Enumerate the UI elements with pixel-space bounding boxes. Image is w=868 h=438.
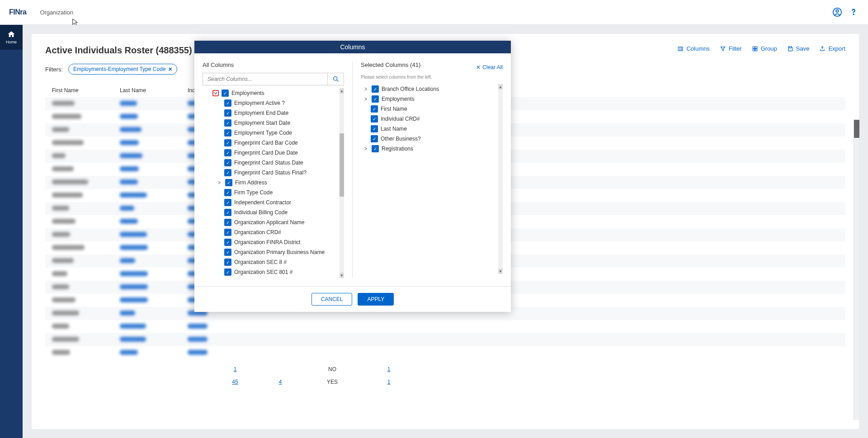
apply-button[interactable]: APPLY [358,293,394,306]
column-option[interactable]: ✓Fingerprint Card Status Final? [203,168,344,178]
sidebar-home[interactable]: Home [0,25,23,50]
checkbox[interactable]: ✓ [372,145,379,152]
checkbox[interactable]: ✓ [371,105,378,113]
column-label: Firm Address [235,179,267,186]
summary-link[interactable]: 1 [362,379,416,385]
expand-toggle[interactable] [363,86,369,92]
left-list-scrollbar[interactable]: ▲ ▼ [340,88,344,278]
column-option[interactable]: ✓Organization FINRA District [203,237,344,247]
search-columns-input[interactable] [203,73,327,85]
expand-toggle[interactable] [363,146,369,152]
scroll-up-icon[interactable]: ▲ [498,84,503,89]
column-option[interactable]: ✓Fingerprint Card Status Date [203,158,344,168]
column-option[interactable]: ✓Individual Billing Code [203,207,344,217]
export-action[interactable]: Export [819,45,845,52]
selected-column[interactable]: ✓Other Business? [361,134,503,144]
selected-column[interactable]: ✓Branch Office Locations [361,84,503,94]
column-option[interactable]: ✓Organization CRD# [203,227,344,237]
checkbox[interactable]: ✓ [372,95,379,103]
selected-column[interactable]: ✓First Name [361,104,503,114]
column-label: Organization CRD# [234,229,281,235]
selected-column[interactable]: ✓Individual CRD# [361,114,503,124]
checkbox[interactable]: ✓ [224,119,231,127]
column-label: Employments [382,96,415,102]
column-label: Employment Active ? [234,100,285,106]
column-label: Independent Contractor [234,199,291,206]
selected-column[interactable]: ✓Employments [361,94,503,104]
column-label: Employment End Date [234,110,288,116]
checkbox[interactable]: ✓ [224,149,231,156]
checkbox[interactable]: ✓ [224,99,231,107]
save-action[interactable]: Save [787,45,810,52]
checkbox[interactable]: ✓ [224,109,231,117]
scroll-down-icon[interactable]: ▼ [498,268,503,274]
column-label: Organization SEC 8 # [234,259,287,265]
column-option[interactable]: ✓Organization SEC 8 # [203,257,344,267]
close-icon[interactable]: × [169,66,172,73]
selected-column[interactable]: ✓Last Name [361,124,503,134]
columns-action[interactable]: Columns [677,45,709,52]
column-option[interactable]: ✓Employment Active ? [203,98,344,108]
home-icon [7,30,15,38]
checkbox[interactable]: ✓ [372,85,379,93]
summary-link[interactable]: 1 [362,366,416,372]
scrollbar-thumb[interactable] [854,120,859,138]
user-icon[interactable] [832,7,843,18]
checkbox[interactable]: ✓ [371,115,378,122]
svg-rect-7 [755,47,757,48]
expand-employments-toggle[interactable] [212,90,219,96]
th-last-name[interactable]: Last Name [120,87,170,94]
export-icon [819,46,826,52]
scroll-up-icon[interactable]: ▲ [340,88,344,94]
summary-link[interactable]: 1 [212,366,258,372]
checkbox-employments[interactable]: ✓ [222,89,229,97]
selected-column[interactable]: ✓Registrations [361,144,503,154]
expand-toggle[interactable] [363,96,369,102]
search-button[interactable] [327,73,344,85]
column-option[interactable]: ✓Fingerprint Card Due Date [203,148,344,158]
checkbox[interactable]: ✓ [224,139,231,146]
help-icon[interactable] [848,7,859,18]
right-list-scrollbar[interactable]: ▲ ▼ [498,84,503,274]
summary-link[interactable]: 4 [258,379,303,385]
expand-toggle[interactable] [216,179,222,186]
checkbox[interactable]: ✓ [224,209,231,216]
checkbox[interactable]: ✓ [224,259,231,266]
checkbox[interactable]: ✓ [224,169,231,176]
scroll-down-icon[interactable]: ▼ [340,273,344,278]
group-action[interactable]: Group [752,45,777,52]
column-option[interactable]: ✓Fingerprint Card Bar Code [203,138,344,148]
checkbox[interactable]: ✓ [224,159,231,166]
th-first-name[interactable]: First Name [52,87,102,94]
table-row [45,333,845,346]
checkbox[interactable]: ✓ [224,249,231,256]
checkbox[interactable]: ✓ [224,189,231,196]
column-option[interactable]: ✓Organization Applicant Name [203,217,344,227]
content-scrollbar[interactable] [854,120,859,420]
checkbox[interactable]: ✓ [224,199,231,206]
column-option[interactable]: ✓Organization SEC 801 # [203,267,344,277]
checkbox[interactable]: ✓ [224,229,231,236]
checkbox[interactable]: ✓ [371,125,378,132]
summary-link[interactable]: 45 [212,379,258,385]
scrollbar-thumb[interactable] [340,133,344,197]
clear-all-link[interactable]: ✕ Clear All [476,64,503,71]
filter-chip-employment-type[interactable]: Employments-Employment Type Code × [68,64,177,75]
columns-modal: Columns All Columns ✓ Employments [194,41,511,312]
column-option[interactable]: ✓Organization Primary Business Name [203,247,344,257]
column-option[interactable]: ✓Employment End Date [203,108,344,118]
column-option[interactable]: ✓Firm Type Code [203,188,344,198]
column-option[interactable]: ✓Independent Contractor [203,198,344,207]
column-option[interactable]: ✓Employment Start Date [203,118,344,128]
column-option[interactable]: ✓Employment Type Code [203,128,344,138]
chevron-right-icon [363,87,368,91]
checkbox[interactable]: ✓ [225,179,232,186]
checkbox[interactable]: ✓ [224,239,231,246]
checkbox[interactable]: ✓ [224,268,231,276]
checkbox[interactable]: ✓ [224,129,231,137]
filter-action[interactable]: Filter [720,45,742,52]
checkbox[interactable]: ✓ [224,219,231,226]
cancel-button[interactable]: CANCEL [311,293,353,306]
checkbox[interactable]: ✓ [371,135,378,142]
column-option[interactable]: ✓Firm Address [203,178,344,188]
